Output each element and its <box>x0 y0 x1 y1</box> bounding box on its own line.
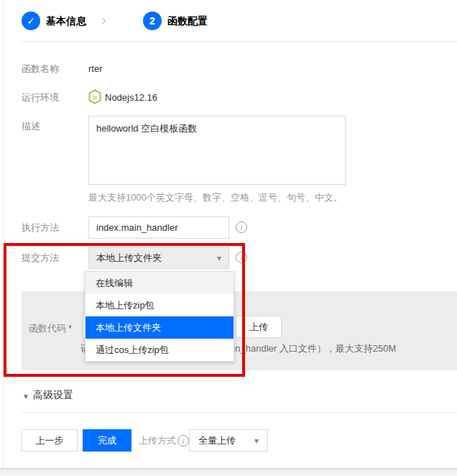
chevron-right-icon: › <box>101 14 106 25</box>
dropdown-option-local-folder[interactable]: 本地上传文件夹 <box>86 316 234 339</box>
footer-divider <box>22 412 457 413</box>
name-value: rter <box>88 63 103 75</box>
description-label: 描述 <box>22 121 40 132</box>
advanced-settings-toggle[interactable]: 高级设置 <box>33 389 73 401</box>
submit-method-info-icon[interactable]: i <box>236 252 247 263</box>
required-mark: * <box>68 323 72 334</box>
dropdown-option-online-edit[interactable]: 在线编辑 <box>86 272 234 294</box>
function-config-panel: ✓ 基本信息 › 2 函数配置 函数名称 rter 运行环境 js Nodejs… <box>0 0 457 469</box>
handler-input[interactable] <box>88 216 229 239</box>
bottom-page-edge <box>0 468 457 476</box>
upload-mode-select[interactable]: 全量上传 ▾ <box>189 429 268 452</box>
step1-done-circle: ✓ <box>22 12 40 30</box>
submit-method-value: 本地上传文件夹 <box>96 252 162 265</box>
check-icon: ✓ <box>27 15 35 27</box>
handler-label: 执行方法 <box>22 222 59 234</box>
header-divider <box>22 41 457 42</box>
description-hint: 最大支持1000个英文字母、数字、空格、逗号、句号、中文。 <box>88 192 343 203</box>
previous-step-button[interactable]: 上一步 <box>22 429 78 452</box>
done-button[interactable]: 完成 <box>83 429 131 452</box>
upload-mode-label: 上传方式 <box>139 435 176 447</box>
triangle-down-icon: ▼ <box>22 392 29 402</box>
submit-method-dropdown: 在线编辑 本地上传zip包 本地上传文件夹 通过cos上传zip包 <box>85 271 234 362</box>
upload-mode-value: 全量上传 <box>198 434 236 447</box>
dropdown-option-cos-zip[interactable]: 通过cos上传zip包 <box>86 339 234 361</box>
left-panel-edge <box>3 0 4 469</box>
runtime-value: Nodejs12.16 <box>105 92 157 104</box>
step2-number: 2 <box>149 15 155 27</box>
chevron-down-icon: ▾ <box>217 254 221 262</box>
submit-method-label: 提交方法 <box>22 252 59 264</box>
runtime-label: 运行环境 <box>22 92 59 104</box>
function-code-label: 函数代码* <box>29 323 72 334</box>
step2-circle: 2 <box>143 12 162 30</box>
upload-mode-row: 上传方式i <box>139 435 189 447</box>
submit-method-select[interactable]: 本地上传文件夹 ▾ <box>88 247 229 269</box>
step1-label: 基本信息 <box>46 15 86 27</box>
chevron-down-icon: ▾ <box>254 436 259 445</box>
description-textarea[interactable]: helloworld 空白模板函数 <box>88 116 346 185</box>
handler-info-icon[interactable]: i <box>236 221 247 233</box>
upload-button[interactable]: 上传 <box>236 316 282 338</box>
name-label: 函数名称 <box>22 63 59 75</box>
dropdown-option-local-zip[interactable]: 本地上传zip包 <box>86 294 234 316</box>
nodejs-icon: js <box>88 89 101 107</box>
svg-text:js: js <box>92 94 97 101</box>
step2-label: 函数配置 <box>167 15 208 27</box>
upload-mode-info-icon[interactable]: i <box>177 435 189 447</box>
